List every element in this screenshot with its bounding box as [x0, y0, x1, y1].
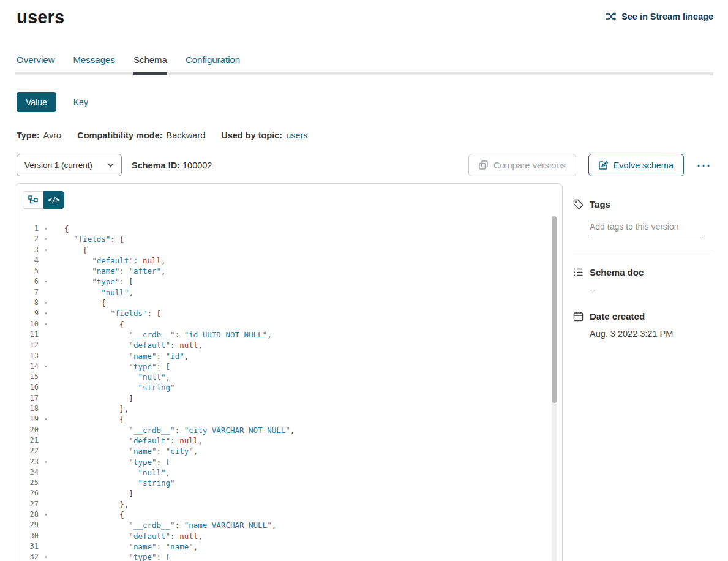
- stream-lineage-label: See in Stream lineage: [621, 12, 713, 21]
- code-line-content: "__crdb__": "city VARCHAR NOT NULL",: [53, 425, 295, 435]
- code-line: 6▾ "type": [: [15, 276, 562, 287]
- stream-lineage-icon: [606, 11, 617, 22]
- fold-spacer: [39, 478, 53, 488]
- line-number: 4: [15, 255, 39, 266]
- code-line: 7 "null",: [15, 287, 562, 298]
- date-created-header: Date created: [573, 311, 713, 322]
- code-line: 13 "name": "id",: [15, 351, 562, 361]
- code-line-content: "type": [: [53, 276, 133, 287]
- line-number: 18: [15, 404, 39, 414]
- code-line-content: "__crdb__": "name VARCHAR NULL",: [53, 520, 276, 530]
- more-options-button[interactable]: ⋯: [694, 159, 713, 171]
- code-line: 9▾ "fields": [: [15, 308, 562, 318]
- evolve-schema-icon: [599, 160, 608, 170]
- line-number: 19: [15, 414, 39, 424]
- fold-toggle[interactable]: ▾: [39, 245, 53, 255]
- fold-toggle[interactable]: ▾: [39, 276, 53, 287]
- code-line-content: "type": [: [53, 457, 170, 467]
- code-line: 12 "default": null,: [15, 340, 562, 350]
- type-label: Type:: [17, 130, 40, 140]
- fold-toggle[interactable]: ▾: [39, 361, 53, 372]
- line-number: 20: [15, 425, 39, 435]
- code-line-content: ]: [53, 393, 133, 404]
- line-number: 25: [15, 478, 39, 488]
- tags-input[interactable]: [590, 219, 705, 236]
- code-line-content: "default": null,: [53, 531, 203, 541]
- line-number: 31: [15, 541, 39, 552]
- fold-toggle[interactable]: ▾: [39, 319, 53, 329]
- code-line-content: "default": null,: [53, 255, 166, 266]
- code-line: 11 "__crdb__": "id UUID NOT NULL",: [15, 329, 562, 340]
- code-rows: 1▾{2▾ "fields": [3▾ {4 "default": null,5…: [15, 224, 562, 561]
- fold-spacer: [39, 541, 53, 552]
- line-number: 16: [15, 382, 39, 393]
- date-created-title: Date created: [590, 311, 645, 322]
- scrollbar-thumb[interactable]: [552, 216, 557, 403]
- topic-link[interactable]: users: [286, 130, 307, 140]
- stream-lineage-link[interactable]: See in Stream lineage: [606, 11, 713, 22]
- fold-spacer: [39, 520, 53, 530]
- tab-messages[interactable]: Messages: [73, 48, 115, 75]
- fold-toggle[interactable]: ▾: [39, 457, 53, 467]
- compare-versions-label: Compare versions: [493, 160, 566, 170]
- code-line-content: "string": [53, 478, 175, 488]
- code-line: 27 },: [15, 499, 562, 510]
- line-number: 14: [15, 361, 39, 372]
- calendar-icon: [573, 311, 584, 322]
- code-view-icon: </>: [48, 196, 60, 204]
- code-line: 31 "name": "name",: [15, 541, 562, 552]
- code-line-content: "fields": [: [53, 234, 124, 244]
- tree-view-button[interactable]: [23, 191, 43, 209]
- evolve-schema-button[interactable]: Evolve schema: [588, 154, 684, 176]
- chevron-down-icon: [107, 163, 114, 167]
- version-select-value: Version 1 (current): [24, 160, 92, 170]
- schema-meta-row: Type: Avro Compatibility mode: Backward …: [17, 130, 711, 140]
- key-toggle-button[interactable]: Key: [73, 97, 88, 107]
- fold-toggle[interactable]: ▾: [39, 224, 53, 234]
- code-view-button[interactable]: </>: [43, 191, 64, 209]
- line-number: 5: [15, 266, 39, 276]
- tab-configuration[interactable]: Configuration: [186, 48, 240, 75]
- compare-versions-button[interactable]: Compare versions: [468, 154, 576, 176]
- code-line-content: "null",: [53, 372, 170, 382]
- code-line: 17 ]: [15, 393, 562, 404]
- schema-doc-icon: [573, 267, 584, 277]
- code-line: 20 "__crdb__": "city VARCHAR NOT NULL",: [15, 425, 562, 435]
- schema-editor-panel: </> 1▾{2▾ "fields": [3▾ {4 "default": nu…: [15, 183, 563, 561]
- schema-doc-title: Schema doc: [590, 267, 644, 277]
- tab-overview[interactable]: Overview: [17, 48, 55, 75]
- line-number: 6: [15, 276, 39, 287]
- code-line: 30 "default": null,: [15, 531, 562, 541]
- line-number: 8: [15, 298, 39, 308]
- tree-view-icon: [28, 195, 38, 205]
- code-line: 14▾ "type": [: [15, 361, 562, 372]
- value-toggle-button[interactable]: Value: [17, 92, 56, 112]
- tag-icon: [573, 199, 584, 209]
- line-number: 1: [15, 224, 39, 234]
- fold-toggle[interactable]: ▾: [39, 510, 53, 520]
- fold-toggle[interactable]: ▾: [39, 552, 53, 561]
- fold-spacer: [39, 446, 53, 456]
- code-line: 4 "default": null,: [15, 255, 562, 266]
- version-select[interactable]: Version 1 (current): [17, 154, 122, 176]
- tab-schema[interactable]: Schema: [133, 48, 167, 75]
- tab-bar: Overview Messages Schema Configuration: [15, 48, 713, 75]
- fold-toggle[interactable]: ▾: [39, 298, 53, 308]
- fold-toggle[interactable]: ▾: [39, 414, 53, 424]
- fold-spacer: [39, 467, 53, 478]
- code-line: 15 "null",: [15, 372, 562, 382]
- fold-toggle[interactable]: ▾: [39, 234, 53, 244]
- code-line: 18 },: [15, 404, 562, 414]
- line-number: 28: [15, 510, 39, 520]
- line-number: 22: [15, 446, 39, 456]
- code-area[interactable]: 1▾{2▾ "fields": [3▾ {4 "default": null,5…: [15, 216, 562, 561]
- line-number: 32: [15, 552, 39, 561]
- line-number: 3: [15, 245, 39, 255]
- fold-toggle[interactable]: ▾: [39, 308, 53, 318]
- fold-spacer: [39, 340, 53, 350]
- page-title: users: [17, 7, 64, 28]
- code-line-content: "name": "after",: [53, 266, 166, 276]
- code-line: 3▾ {: [15, 245, 562, 255]
- line-number: 7: [15, 287, 39, 298]
- code-line-content: "string": [53, 382, 175, 393]
